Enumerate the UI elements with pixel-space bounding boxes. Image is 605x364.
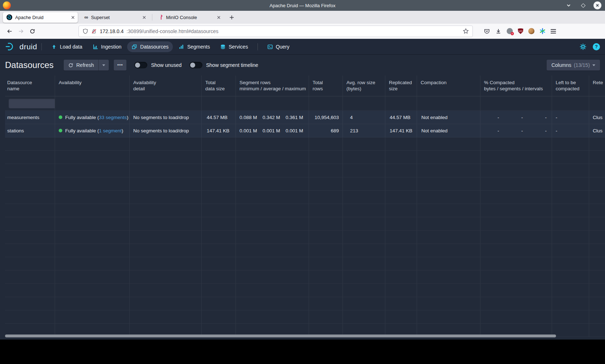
refresh-icon (68, 63, 73, 68)
ublock-origin-icon[interactable]: UO (518, 28, 523, 34)
segments-link[interactable]: 1 segment (99, 128, 122, 133)
header-label: Availability (133, 79, 156, 86)
nav-ingestion[interactable]: Ingestion (88, 41, 126, 52)
empty-row (5, 310, 605, 324)
menu-hamburger-icon[interactable] (551, 29, 556, 33)
column-header-total_rows[interactable]: Totalrows (309, 76, 343, 96)
column-header-total_data_size[interactable]: Totaldata size (202, 76, 236, 96)
table-row[interactable]: stationsFully available (1 segment)No se… (5, 124, 605, 137)
url-bar[interactable]: 172.18.0.4:30899/unified-console.html#da… (79, 26, 473, 37)
header-label: data size (205, 86, 225, 92)
column-header-replicated_size[interactable]: Replicatedsize (385, 76, 417, 96)
datasource-name-filter-input[interactable] (9, 99, 55, 108)
nav-load-data[interactable]: Load data (47, 41, 86, 52)
segments-link[interactable]: 33 segments (99, 115, 127, 120)
empty-row (5, 244, 605, 257)
header-label: Compaction (421, 79, 447, 86)
window-titlebar: Apache Druid — Mozilla Firefox (0, 0, 605, 11)
divider (257, 43, 258, 50)
more-actions-button[interactable]: ••• (114, 60, 127, 70)
ingestion-icon (93, 44, 98, 50)
show-unused-label: Show unused (151, 62, 182, 68)
nav-services[interactable]: Services (216, 41, 252, 52)
nav-label: Segments (187, 44, 210, 50)
reload-icon (30, 28, 35, 34)
help-icon[interactable]: ? (593, 43, 600, 50)
availability-text: Fully available ( (65, 128, 99, 133)
column-header-compaction[interactable]: Compaction (417, 76, 480, 96)
bookmark-star-icon[interactable] (463, 28, 469, 34)
extension-icon[interactable]: × (507, 28, 513, 34)
columns-button[interactable]: Columns (13/15) (547, 60, 600, 70)
segment-rows-value: 0.342 M (259, 115, 282, 120)
show-unused-toggle[interactable] (134, 62, 147, 68)
back-icon (6, 28, 13, 34)
tab-minio-console[interactable]: MinIO Console (155, 12, 224, 23)
filter-cell-replicated_size (385, 96, 417, 110)
horizontal-scrollbar[interactable] (5, 335, 556, 337)
reload-button[interactable] (27, 26, 38, 37)
cookie-extension-icon[interactable] (528, 28, 534, 34)
refresh-label: Refresh (76, 62, 94, 68)
close-button[interactable] (593, 1, 601, 9)
close-tab-icon[interactable] (217, 15, 221, 19)
close-tab-icon[interactable] (142, 15, 146, 19)
column-header-pct_compacted[interactable]: % Compactedbytes / segments / intervals (480, 76, 552, 96)
show-segment-timeline-toggle[interactable] (189, 62, 202, 68)
segments-icon (179, 44, 184, 50)
column-header-availability[interactable]: Availability (55, 76, 130, 96)
column-header-left_to_compact[interactable]: Left to becompacted (552, 76, 589, 96)
insecure-lock-icon[interactable] (91, 28, 97, 34)
tracking-shield-icon[interactable] (82, 28, 88, 34)
tab-label: Apache Druid (15, 15, 68, 20)
empty-row (5, 284, 605, 297)
column-header-name[interactable]: Datasourcename (5, 76, 55, 96)
refresh-button[interactable]: Refresh (64, 60, 98, 70)
close-tab-icon[interactable] (71, 15, 75, 19)
empty-row (5, 137, 605, 151)
superset-favicon: ∞ (84, 15, 88, 19)
filter-cell-retention (589, 96, 605, 110)
cell-total_rows: 689 (309, 124, 343, 137)
maximize-button[interactable] (579, 1, 587, 9)
filter-cell-segment_rows (236, 96, 309, 110)
minimize-button[interactable] (565, 1, 573, 9)
downloads-icon[interactable] (495, 28, 502, 35)
header-label: Segment rows (239, 79, 270, 86)
pct-compacted-value: - (504, 128, 528, 133)
show-segment-timeline-label: Show segment timeline (206, 62, 258, 68)
filter-cell-detail (130, 96, 202, 110)
plus-icon (229, 15, 234, 20)
nav-datasources[interactable]: Datasources (127, 41, 173, 52)
datasources-view: Datasources Refresh ••• Show unused (0, 55, 605, 340)
header-label: Datasource (7, 79, 32, 86)
empty-row (5, 204, 605, 217)
filter-cell-pct_compacted (480, 96, 552, 110)
table-row[interactable]: measurementsFully available (33 segments… (5, 111, 605, 124)
tab-apache-druid[interactable]: Apache Druid (3, 12, 78, 23)
column-header-detail[interactable]: Availabilitydetail (130, 76, 202, 96)
forward-button[interactable] (15, 26, 27, 37)
new-tab-button[interactable] (227, 12, 237, 22)
header-label: size (389, 86, 398, 92)
nav-segments[interactable]: Segments (174, 41, 214, 52)
tab-strip: Apache Druid ∞ Superset MinIO Console (0, 11, 605, 24)
nav-query[interactable]: Query (263, 41, 294, 52)
cell-segment_rows: 0.088 M0.342 M0.361 M (236, 111, 309, 124)
cell-compaction: Not enabled (417, 111, 480, 124)
refresh-interval-button[interactable] (98, 60, 109, 70)
pct-compacted-value: - (480, 128, 504, 133)
header-label: minimum / average / maximum (239, 86, 306, 92)
back-button[interactable] (4, 26, 15, 37)
column-header-segment_rows[interactable]: Segment rowsminimum / average / maximum (236, 76, 309, 96)
tab-superset[interactable]: ∞ Superset (81, 12, 149, 23)
pocket-icon[interactable] (484, 28, 490, 35)
cell-total_data_size: 44.57 MB (202, 111, 236, 124)
column-header-retention[interactable]: Rete (589, 76, 605, 96)
asterisk-extension-icon[interactable] (539, 28, 546, 34)
settings-gear-icon[interactable] (580, 44, 586, 50)
cell-compaction: Not enabled (417, 124, 480, 137)
cell-detail: No segments to load/drop (130, 111, 202, 124)
filter-cell-availability (55, 96, 130, 110)
column-header-avg_row_size[interactable]: Avg. row size(bytes) (343, 76, 385, 96)
